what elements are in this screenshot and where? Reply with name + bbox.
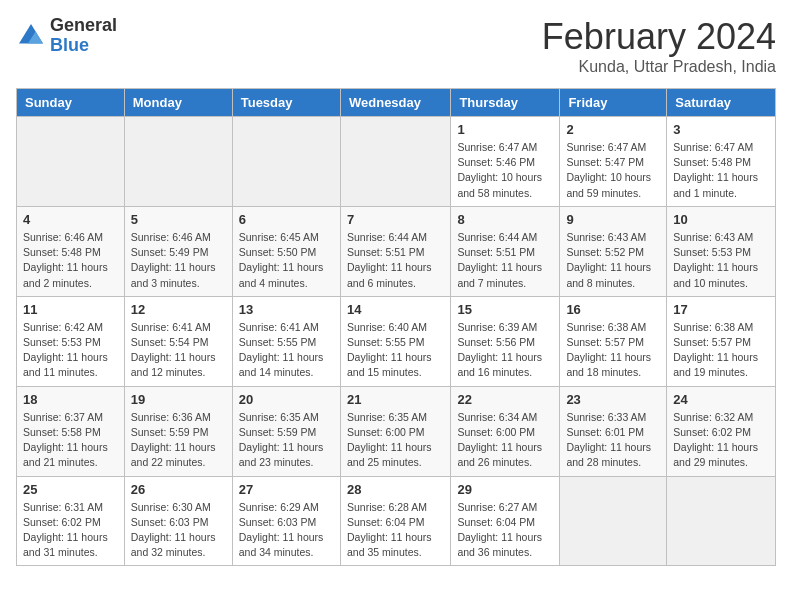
calendar-cell: 1Sunrise: 6:47 AM Sunset: 5:46 PM Daylig… [451,117,560,207]
logo-blue-text: Blue [50,36,117,56]
calendar-cell: 13Sunrise: 6:41 AM Sunset: 5:55 PM Dayli… [232,296,340,386]
day-info: Sunrise: 6:35 AM Sunset: 5:59 PM Dayligh… [239,410,334,471]
calendar-cell: 25Sunrise: 6:31 AM Sunset: 6:02 PM Dayli… [17,476,125,566]
calendar-cell [17,117,125,207]
day-number: 22 [457,392,553,407]
calendar-cell: 6Sunrise: 6:45 AM Sunset: 5:50 PM Daylig… [232,206,340,296]
day-info: Sunrise: 6:33 AM Sunset: 6:01 PM Dayligh… [566,410,660,471]
day-info: Sunrise: 6:42 AM Sunset: 5:53 PM Dayligh… [23,320,118,381]
day-number: 9 [566,212,660,227]
day-number: 13 [239,302,334,317]
day-info: Sunrise: 6:31 AM Sunset: 6:02 PM Dayligh… [23,500,118,561]
col-header-thursday: Thursday [451,89,560,117]
calendar-cell: 20Sunrise: 6:35 AM Sunset: 5:59 PM Dayli… [232,386,340,476]
calendar-cell: 2Sunrise: 6:47 AM Sunset: 5:47 PM Daylig… [560,117,667,207]
calendar-cell: 15Sunrise: 6:39 AM Sunset: 5:56 PM Dayli… [451,296,560,386]
day-info: Sunrise: 6:40 AM Sunset: 5:55 PM Dayligh… [347,320,444,381]
day-info: Sunrise: 6:47 AM Sunset: 5:46 PM Dayligh… [457,140,553,201]
day-info: Sunrise: 6:46 AM Sunset: 5:48 PM Dayligh… [23,230,118,291]
calendar-cell: 12Sunrise: 6:41 AM Sunset: 5:54 PM Dayli… [124,296,232,386]
calendar-cell: 16Sunrise: 6:38 AM Sunset: 5:57 PM Dayli… [560,296,667,386]
day-number: 25 [23,482,118,497]
day-info: Sunrise: 6:34 AM Sunset: 6:00 PM Dayligh… [457,410,553,471]
calendar-cell: 28Sunrise: 6:28 AM Sunset: 6:04 PM Dayli… [340,476,450,566]
calendar-cell: 26Sunrise: 6:30 AM Sunset: 6:03 PM Dayli… [124,476,232,566]
calendar-week-row: 11Sunrise: 6:42 AM Sunset: 5:53 PM Dayli… [17,296,776,386]
day-info: Sunrise: 6:39 AM Sunset: 5:56 PM Dayligh… [457,320,553,381]
calendar-cell: 24Sunrise: 6:32 AM Sunset: 6:02 PM Dayli… [667,386,776,476]
calendar-week-row: 25Sunrise: 6:31 AM Sunset: 6:02 PM Dayli… [17,476,776,566]
day-info: Sunrise: 6:47 AM Sunset: 5:48 PM Dayligh… [673,140,769,201]
calendar-cell [340,117,450,207]
calendar-cell: 18Sunrise: 6:37 AM Sunset: 5:58 PM Dayli… [17,386,125,476]
day-info: Sunrise: 6:32 AM Sunset: 6:02 PM Dayligh… [673,410,769,471]
calendar-cell: 21Sunrise: 6:35 AM Sunset: 6:00 PM Dayli… [340,386,450,476]
col-header-monday: Monday [124,89,232,117]
calendar-week-row: 4Sunrise: 6:46 AM Sunset: 5:48 PM Daylig… [17,206,776,296]
month-title: February 2024 [542,16,776,58]
day-number: 24 [673,392,769,407]
day-info: Sunrise: 6:43 AM Sunset: 5:53 PM Dayligh… [673,230,769,291]
day-number: 15 [457,302,553,317]
day-info: Sunrise: 6:37 AM Sunset: 5:58 PM Dayligh… [23,410,118,471]
day-number: 8 [457,212,553,227]
calendar-cell: 19Sunrise: 6:36 AM Sunset: 5:59 PM Dayli… [124,386,232,476]
col-header-tuesday: Tuesday [232,89,340,117]
day-number: 6 [239,212,334,227]
calendar-cell: 11Sunrise: 6:42 AM Sunset: 5:53 PM Dayli… [17,296,125,386]
calendar-cell: 14Sunrise: 6:40 AM Sunset: 5:55 PM Dayli… [340,296,450,386]
calendar-cell: 23Sunrise: 6:33 AM Sunset: 6:01 PM Dayli… [560,386,667,476]
calendar-cell: 3Sunrise: 6:47 AM Sunset: 5:48 PM Daylig… [667,117,776,207]
day-info: Sunrise: 6:44 AM Sunset: 5:51 PM Dayligh… [457,230,553,291]
calendar-cell: 10Sunrise: 6:43 AM Sunset: 5:53 PM Dayli… [667,206,776,296]
day-info: Sunrise: 6:41 AM Sunset: 5:54 PM Dayligh… [131,320,226,381]
col-header-saturday: Saturday [667,89,776,117]
logo-icon [16,21,46,51]
day-number: 19 [131,392,226,407]
logo: General Blue [16,16,117,56]
col-header-friday: Friday [560,89,667,117]
day-info: Sunrise: 6:27 AM Sunset: 6:04 PM Dayligh… [457,500,553,561]
day-info: Sunrise: 6:28 AM Sunset: 6:04 PM Dayligh… [347,500,444,561]
calendar-cell [124,117,232,207]
day-number: 2 [566,122,660,137]
calendar-cell: 29Sunrise: 6:27 AM Sunset: 6:04 PM Dayli… [451,476,560,566]
day-number: 11 [23,302,118,317]
day-number: 26 [131,482,226,497]
day-info: Sunrise: 6:30 AM Sunset: 6:03 PM Dayligh… [131,500,226,561]
col-header-sunday: Sunday [17,89,125,117]
day-number: 12 [131,302,226,317]
calendar-cell: 17Sunrise: 6:38 AM Sunset: 5:57 PM Dayli… [667,296,776,386]
calendar-cell [560,476,667,566]
title-area: February 2024 Kunda, Uttar Pradesh, Indi… [542,16,776,76]
location-title: Kunda, Uttar Pradesh, India [542,58,776,76]
calendar-week-row: 18Sunrise: 6:37 AM Sunset: 5:58 PM Dayli… [17,386,776,476]
calendar-cell: 8Sunrise: 6:44 AM Sunset: 5:51 PM Daylig… [451,206,560,296]
day-info: Sunrise: 6:35 AM Sunset: 6:00 PM Dayligh… [347,410,444,471]
calendar-cell: 9Sunrise: 6:43 AM Sunset: 5:52 PM Daylig… [560,206,667,296]
day-number: 29 [457,482,553,497]
day-info: Sunrise: 6:29 AM Sunset: 6:03 PM Dayligh… [239,500,334,561]
calendar-cell: 5Sunrise: 6:46 AM Sunset: 5:49 PM Daylig… [124,206,232,296]
col-header-wednesday: Wednesday [340,89,450,117]
day-info: Sunrise: 6:46 AM Sunset: 5:49 PM Dayligh… [131,230,226,291]
day-number: 27 [239,482,334,497]
day-number: 4 [23,212,118,227]
day-number: 7 [347,212,444,227]
calendar-header-row: SundayMondayTuesdayWednesdayThursdayFrid… [17,89,776,117]
logo-general-text: General [50,16,117,36]
calendar-week-row: 1Sunrise: 6:47 AM Sunset: 5:46 PM Daylig… [17,117,776,207]
day-number: 14 [347,302,444,317]
day-info: Sunrise: 6:44 AM Sunset: 5:51 PM Dayligh… [347,230,444,291]
day-info: Sunrise: 6:38 AM Sunset: 5:57 PM Dayligh… [566,320,660,381]
day-number: 23 [566,392,660,407]
calendar-cell [232,117,340,207]
day-info: Sunrise: 6:38 AM Sunset: 5:57 PM Dayligh… [673,320,769,381]
day-info: Sunrise: 6:47 AM Sunset: 5:47 PM Dayligh… [566,140,660,201]
day-number: 20 [239,392,334,407]
day-number: 1 [457,122,553,137]
logo-text: General Blue [50,16,117,56]
day-info: Sunrise: 6:41 AM Sunset: 5:55 PM Dayligh… [239,320,334,381]
day-info: Sunrise: 6:43 AM Sunset: 5:52 PM Dayligh… [566,230,660,291]
day-info: Sunrise: 6:45 AM Sunset: 5:50 PM Dayligh… [239,230,334,291]
